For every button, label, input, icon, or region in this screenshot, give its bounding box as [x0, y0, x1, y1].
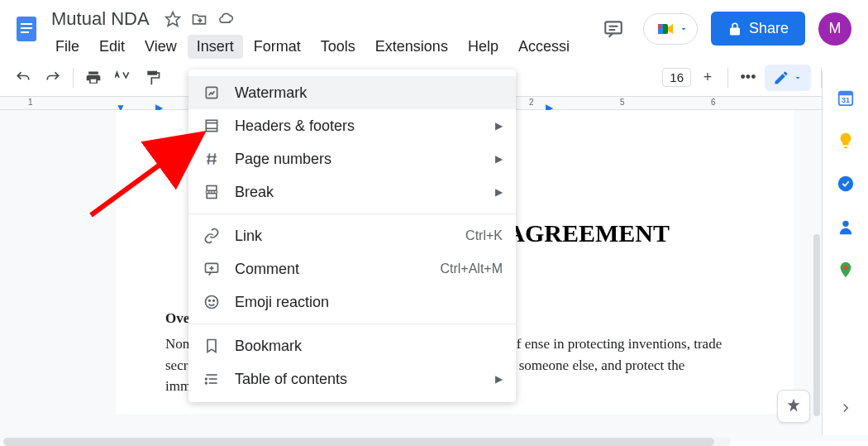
menu-label: Watermark — [235, 84, 503, 102]
document-title[interactable]: Mutual NDA — [46, 7, 155, 31]
toc-icon — [202, 369, 222, 389]
menu-extensions[interactable]: Extensions — [366, 35, 457, 59]
print-icon[interactable] — [80, 65, 107, 91]
menu-format[interactable]: Format — [245, 35, 310, 59]
emoji-icon — [202, 292, 222, 312]
bookmark-icon — [202, 336, 222, 356]
horizontal-scrollbar[interactable] — [3, 438, 731, 446]
star-icon[interactable] — [165, 11, 181, 27]
menu-label: Page numbers — [235, 151, 482, 168]
menu-item-link[interactable]: Link Ctrl+K — [188, 219, 516, 252]
menu-separator — [188, 213, 516, 214]
svg-rect-1 — [21, 23, 32, 25]
pagenum-icon — [202, 149, 222, 169]
menu-item-watermark[interactable]: Watermark — [188, 76, 516, 109]
svg-rect-3 — [21, 31, 29, 33]
menu-shortcut: Ctrl+K — [465, 228, 503, 243]
calendar-icon[interactable]: 31 — [836, 88, 856, 108]
tasks-icon[interactable] — [836, 174, 856, 194]
menu-label: Comment — [235, 261, 427, 278]
ruler-mark: 5 — [620, 98, 625, 107]
vertical-scrollbar[interactable] — [813, 234, 820, 416]
menu-item-comment[interactable]: Comment Ctrl+Alt+M — [188, 252, 516, 285]
headers-icon — [202, 116, 222, 136]
comment-icon — [202, 259, 222, 279]
insert-menu-dropdown: Watermark Headers & footers ▶ Page numbe… — [188, 70, 516, 402]
svg-point-31 — [206, 378, 207, 380]
ruler-mark: 1 — [28, 98, 33, 107]
submenu-arrow-icon: ▶ — [495, 120, 503, 132]
svg-rect-35 — [838, 92, 852, 96]
keep-icon[interactable] — [836, 131, 856, 151]
break-icon — [202, 182, 222, 202]
menu-view[interactable]: View — [136, 35, 186, 59]
menu-separator — [188, 324, 516, 324]
redo-icon[interactable] — [40, 65, 66, 91]
watermark-icon — [202, 83, 222, 103]
menu-item-page-numbers[interactable]: Page numbers ▶ — [188, 142, 516, 175]
menu-item-table-of-contents[interactable]: Table of contents ▶ — [188, 362, 516, 396]
menu-shortcut: Ctrl+Alt+M — [440, 261, 503, 276]
menu-accessibility[interactable]: Accessi — [509, 35, 579, 59]
more-toolbar-icon[interactable]: ••• — [735, 65, 761, 91]
docs-logo[interactable] — [10, 7, 43, 51]
submenu-arrow-icon: ▶ — [495, 186, 503, 198]
menu-tools[interactable]: Tools — [312, 35, 365, 59]
svg-marker-4 — [165, 12, 179, 26]
font-size-input[interactable]: 16 — [662, 68, 691, 87]
share-button[interactable]: Share — [711, 12, 805, 46]
menu-edit[interactable]: Edit — [90, 35, 134, 59]
undo-icon[interactable] — [10, 65, 36, 91]
menu-bar: File Edit View Insert Format Tools Exten… — [46, 33, 597, 59]
hide-panel-icon[interactable] — [838, 400, 853, 419]
svg-rect-2 — [21, 27, 32, 29]
submenu-arrow-icon: ▶ — [495, 153, 503, 165]
ruler-mark: 2 — [529, 98, 534, 107]
meet-button[interactable] — [643, 13, 698, 45]
menu-item-break[interactable]: Break ▶ — [188, 175, 516, 209]
menu-label: Bookmark — [235, 338, 503, 355]
menu-label: Table of contents — [235, 371, 482, 388]
explore-button[interactable] — [777, 390, 810, 423]
menu-item-emoji-reaction[interactable]: Emoji reaction — [188, 285, 516, 319]
svg-rect-12 — [206, 120, 217, 131]
svg-rect-20 — [207, 194, 217, 199]
submenu-arrow-icon: ▶ — [495, 373, 503, 385]
menu-label: Break — [235, 184, 482, 201]
menu-label: Link — [235, 228, 452, 245]
svg-line-17 — [208, 153, 210, 164]
font-size-increase-icon[interactable]: + — [694, 65, 721, 91]
menu-label: Headers & footers — [235, 117, 482, 135]
menu-label: Emoji reaction — [235, 294, 503, 311]
svg-rect-19 — [207, 186, 217, 191]
svg-point-25 — [206, 296, 218, 309]
spellcheck-icon[interactable] — [110, 65, 136, 91]
svg-rect-5 — [605, 22, 622, 33]
svg-point-38 — [842, 221, 848, 227]
link-icon — [202, 226, 222, 246]
share-label: Share — [749, 20, 789, 37]
menu-insert[interactable]: Insert — [188, 35, 243, 59]
side-panel: 31 — [822, 71, 868, 435]
ruler-mark: 6 — [711, 98, 716, 107]
account-avatar[interactable]: M — [818, 12, 851, 46]
svg-point-26 — [209, 300, 211, 302]
menu-item-bookmark[interactable]: Bookmark — [188, 329, 516, 362]
paint-format-icon[interactable] — [140, 65, 166, 91]
svg-point-32 — [206, 382, 207, 384]
menu-item-headers-footers[interactable]: Headers & footers ▶ — [188, 109, 516, 142]
svg-point-37 — [837, 176, 852, 191]
svg-line-18 — [214, 153, 216, 164]
svg-text:31: 31 — [841, 96, 849, 104]
maps-icon[interactable] — [836, 260, 856, 280]
cloud-status-icon[interactable] — [217, 11, 234, 27]
move-icon[interactable] — [191, 11, 207, 27]
menu-file[interactable]: File — [46, 35, 88, 59]
svg-point-27 — [213, 300, 215, 302]
svg-rect-10 — [658, 24, 661, 29]
doc-heading[interactable]: AGREEMENT — [507, 219, 744, 247]
comments-history-icon[interactable] — [597, 12, 630, 46]
contacts-icon[interactable] — [836, 217, 856, 237]
menu-help[interactable]: Help — [459, 35, 508, 59]
editing-mode-button[interactable] — [765, 65, 811, 91]
